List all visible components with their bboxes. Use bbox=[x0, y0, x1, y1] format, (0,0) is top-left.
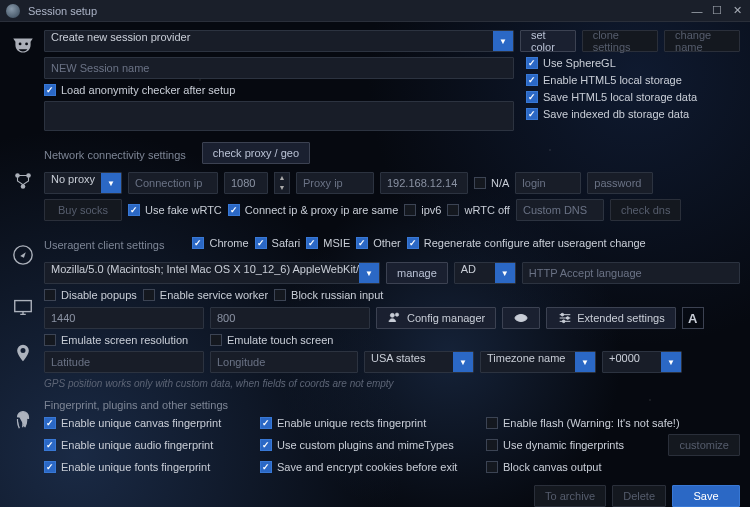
session-name-input[interactable] bbox=[44, 57, 514, 79]
proxy-ip-input[interactable] bbox=[296, 172, 374, 194]
save-indexed-db-checkbox[interactable]: Save indexed db storage data bbox=[526, 108, 697, 120]
network-icon bbox=[8, 166, 38, 196]
block-russian-input-checkbox[interactable]: Block russian input bbox=[274, 289, 383, 301]
fingerprint-icon bbox=[8, 404, 38, 434]
screen-height-input[interactable] bbox=[210, 307, 370, 329]
connect-proxy-same-checkbox[interactable]: Connect ip & proxy ip are same bbox=[228, 204, 398, 216]
set-color-button[interactable]: set color bbox=[520, 30, 576, 52]
save-button[interactable]: Save bbox=[672, 485, 740, 507]
stepper-down-icon[interactable]: ▼ bbox=[275, 183, 289, 193]
config-manager-button[interactable]: Config manager bbox=[376, 307, 496, 329]
svg-point-11 bbox=[563, 320, 566, 323]
ua-chrome-checkbox[interactable]: Chrome bbox=[192, 237, 248, 249]
block-canvas-output-checkbox[interactable]: Block canvas output bbox=[486, 461, 601, 473]
screen-width-input[interactable] bbox=[44, 307, 204, 329]
svg-point-9 bbox=[561, 313, 564, 316]
timezone-offset-select[interactable]: +0000▼ bbox=[602, 351, 682, 373]
chevron-down-icon[interactable]: ▼ bbox=[359, 263, 379, 283]
check-dns-button[interactable]: check dns bbox=[610, 199, 682, 221]
sliders-icon bbox=[557, 310, 573, 326]
rects-fp-checkbox[interactable]: Enable unique rects fingerprint bbox=[260, 417, 480, 429]
proxy-password-input[interactable] bbox=[587, 172, 653, 194]
port-stepper[interactable]: ▲▼ bbox=[274, 172, 290, 194]
ua-ad-select[interactable]: AD▼ bbox=[454, 262, 516, 284]
svg-point-5 bbox=[390, 313, 394, 317]
use-spheregl-checkbox[interactable]: Use SphereGL bbox=[526, 57, 697, 69]
http-accept-language-input[interactable] bbox=[522, 262, 740, 284]
ua-regenerate-checkbox[interactable]: Regenerate configure after useragent cha… bbox=[407, 237, 646, 249]
close-icon[interactable]: ✕ bbox=[730, 4, 744, 17]
chevron-down-icon[interactable]: ▼ bbox=[453, 352, 473, 372]
buy-socks-button[interactable]: Buy socks bbox=[44, 199, 122, 221]
useragent-string-select[interactable]: Mozilla/5.0 (Macintosh; Intel Mac OS X 1… bbox=[44, 262, 380, 284]
custom-plugins-checkbox[interactable]: Use custom plugins and mimeTypes bbox=[260, 439, 480, 451]
enable-flash-checkbox[interactable]: Enable flash (Warning: It's not safe!) bbox=[486, 417, 680, 429]
monitor-icon bbox=[8, 292, 38, 322]
chevron-down-icon[interactable]: ▼ bbox=[495, 263, 515, 283]
delete-button[interactable]: Delete bbox=[612, 485, 666, 507]
dynamic-fp-checkbox[interactable]: Use dynamic fingerprints bbox=[486, 439, 624, 451]
emulate-touch-checkbox[interactable]: Emulate touch screen bbox=[210, 334, 333, 346]
port-input[interactable] bbox=[224, 172, 268, 194]
enable-html5-storage-checkbox[interactable]: Enable HTML5 local storage bbox=[526, 74, 697, 86]
country-select[interactable]: USA states▼ bbox=[364, 351, 474, 373]
longitude-input[interactable] bbox=[210, 351, 358, 373]
anonymity-checker-checkbox[interactable]: Load anonymity checker after setup bbox=[44, 84, 514, 96]
useragent-header: Useragent client settings bbox=[44, 239, 164, 251]
webgl-icon bbox=[513, 310, 529, 326]
clone-settings-button[interactable]: clone settings bbox=[582, 30, 658, 52]
svg-rect-4 bbox=[15, 301, 32, 312]
svg-point-10 bbox=[567, 317, 570, 320]
users-gear-icon bbox=[387, 310, 403, 326]
chevron-down-icon[interactable]: ▼ bbox=[101, 173, 121, 193]
font-a-button[interactable]: A bbox=[682, 307, 704, 329]
disable-popups-checkbox[interactable]: Disable popups bbox=[44, 289, 137, 301]
to-archive-button[interactable]: To archive bbox=[534, 485, 606, 507]
fake-wrtc-checkbox[interactable]: Use fake wRTC bbox=[128, 204, 222, 216]
wrtc-off-checkbox[interactable]: wRTC off bbox=[447, 204, 509, 216]
app-logo-icon bbox=[6, 4, 20, 18]
ua-other-checkbox[interactable]: Other bbox=[356, 237, 401, 249]
chevron-down-icon[interactable]: ▼ bbox=[493, 31, 513, 51]
fingerprint-header: Fingerprint, plugins and other settings bbox=[44, 399, 740, 411]
provider-select[interactable]: Create new session provider ▼ bbox=[44, 30, 514, 52]
webgl-button[interactable] bbox=[502, 307, 540, 329]
connection-ip-input[interactable] bbox=[128, 172, 218, 194]
timezone-select[interactable]: Timezone name▼ bbox=[480, 351, 596, 373]
encrypt-cookies-checkbox[interactable]: Save and encrypt cookies before exit bbox=[260, 461, 480, 473]
window-title: Session setup bbox=[28, 5, 684, 17]
na-checkbox[interactable]: N/A bbox=[474, 177, 509, 189]
proxy-login-input[interactable] bbox=[515, 172, 581, 194]
extended-settings-button[interactable]: Extended settings bbox=[546, 307, 675, 329]
maximize-icon[interactable]: ☐ bbox=[710, 4, 724, 17]
chevron-down-icon[interactable]: ▼ bbox=[575, 352, 595, 372]
location-pin-icon bbox=[8, 338, 38, 368]
proxy-type-select[interactable]: No proxy▼ bbox=[44, 172, 122, 194]
custom-dns-input[interactable] bbox=[516, 199, 604, 221]
enable-service-worker-checkbox[interactable]: Enable service worker bbox=[143, 289, 268, 301]
audio-fp-checkbox[interactable]: Enable unique audio fingerprint bbox=[44, 439, 254, 451]
compass-icon bbox=[8, 240, 38, 270]
ua-msie-checkbox[interactable]: MSIE bbox=[306, 237, 350, 249]
save-html5-storage-checkbox[interactable]: Save HTML5 local storage data bbox=[526, 91, 697, 103]
stepper-up-icon[interactable]: ▲ bbox=[275, 173, 289, 183]
ipv6-checkbox[interactable]: ipv6 bbox=[404, 204, 441, 216]
latitude-input[interactable] bbox=[44, 351, 204, 373]
manage-ua-button[interactable]: manage bbox=[386, 262, 448, 284]
svg-point-6 bbox=[395, 313, 398, 316]
customize-button[interactable]: customize bbox=[668, 434, 740, 456]
change-name-button[interactable]: change name bbox=[664, 30, 740, 52]
svg-point-8 bbox=[517, 315, 525, 322]
network-header: Network connectivity settings bbox=[44, 149, 186, 161]
gps-note: GPS position works only with custom data… bbox=[44, 378, 740, 389]
notes-textarea[interactable] bbox=[44, 101, 514, 131]
ua-safari-checkbox[interactable]: Safari bbox=[255, 237, 301, 249]
ip-display[interactable] bbox=[380, 172, 468, 194]
emulate-resolution-checkbox[interactable]: Emulate screen resolution bbox=[44, 334, 204, 346]
chevron-down-icon[interactable]: ▼ bbox=[661, 352, 681, 372]
canvas-fp-checkbox[interactable]: Enable unique canvas fingerprint bbox=[44, 417, 254, 429]
fonts-fp-checkbox[interactable]: Enable unique fonts fingerprint bbox=[44, 461, 254, 473]
persona-icon bbox=[8, 30, 38, 60]
minimize-icon[interactable]: — bbox=[690, 5, 704, 17]
check-proxy-button[interactable]: check proxy / geo bbox=[202, 142, 310, 164]
